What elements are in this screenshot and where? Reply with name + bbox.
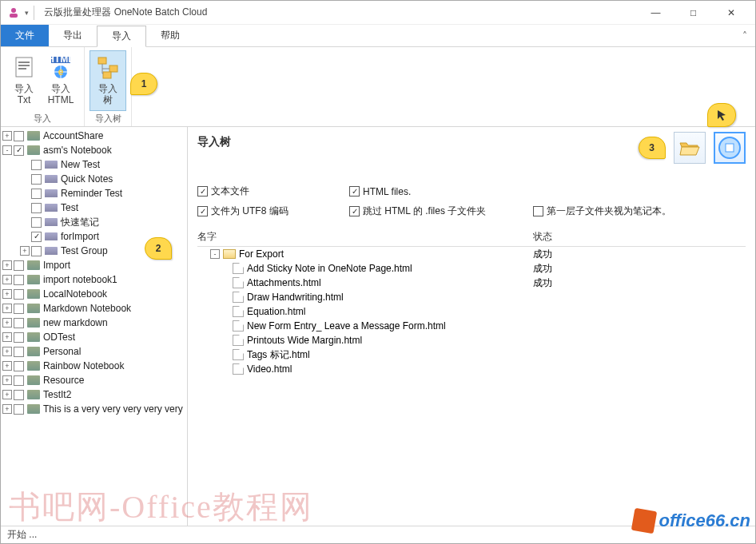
checkbox[interactable] (14, 289, 24, 300)
grid-file-row[interactable]: Video.html (197, 362, 746, 376)
row-name: Printouts Wide Margin.html (247, 335, 362, 346)
col-header-name[interactable]: 名字 (197, 230, 533, 244)
expander-icon[interactable]: + (2, 304, 12, 313)
tab-export[interactable]: 导出 (49, 25, 97, 46)
expander-icon[interactable]: + (2, 318, 12, 328)
checkbox[interactable] (14, 131, 24, 141)
expander-icon[interactable]: + (2, 361, 12, 371)
tree-node-label: AccountShare (43, 130, 103, 141)
tree-node[interactable]: +import notebook1 (1, 272, 187, 287)
expander-icon[interactable]: + (20, 246, 30, 256)
section-icon (45, 161, 58, 169)
tree-node-label: Test (61, 202, 78, 213)
expander-icon[interactable]: + (2, 390, 12, 399)
checkbox[interactable] (31, 189, 42, 199)
grid-folder-row[interactable]: -For Export成功 (197, 247, 746, 261)
tree-node[interactable]: +ODTest (1, 330, 187, 344)
tree-node[interactable]: -✓asm's Notebook (1, 143, 187, 157)
grid-file-row[interactable]: Add Sticky Note in OneNote Page.html成功 (197, 261, 746, 276)
check-utf8[interactable]: ✓文件为 UTF8 编码 (197, 204, 341, 218)
tree-node[interactable]: +Personal (1, 344, 187, 359)
expander-icon[interactable]: + (2, 289, 12, 299)
tab-import[interactable]: 导入 (97, 26, 146, 47)
notebook-tree[interactable]: +AccountShare-✓asm's NotebookNew TestQui… (1, 127, 188, 526)
checkbox[interactable] (14, 332, 24, 343)
checkbox[interactable]: ✓ (31, 232, 42, 242)
grid-file-row[interactable]: New Form Entry_ Leave a Message Form.htm… (197, 319, 746, 333)
tree-node[interactable]: +new markdown (1, 316, 187, 330)
checkbox[interactable] (31, 217, 42, 228)
expander-icon[interactable]: - (210, 249, 220, 259)
expander-icon[interactable]: + (2, 131, 12, 141)
import-tree-button[interactable]: 导入 树 (90, 50, 126, 111)
grid-file-row[interactable]: Equation.html (197, 304, 746, 319)
check-first-level-as-notebook[interactable]: 第一层子文件夹视为笔记本。 (533, 204, 746, 218)
notebook-icon (27, 361, 40, 371)
expander-icon[interactable]: + (2, 404, 12, 414)
checkbox[interactable] (14, 275, 24, 285)
expander-icon[interactable]: + (2, 332, 12, 342)
grid-file-row[interactable]: Printouts Wide Margin.html (197, 333, 746, 347)
checkbox[interactable] (31, 160, 42, 170)
stop-button[interactable] (714, 132, 746, 164)
checkbox[interactable] (14, 318, 24, 328)
grid-file-row[interactable]: Draw Handwriting.html (197, 290, 746, 304)
check-skip-files-subfolder[interactable]: ✓跳过 HTML 的 .files 子文件夹 (349, 204, 525, 218)
checkbox[interactable] (31, 174, 42, 185)
expander-icon[interactable]: + (2, 347, 12, 356)
checkbox[interactable] (14, 390, 24, 400)
checkbox[interactable] (14, 361, 24, 371)
tab-help[interactable]: 帮助 (146, 25, 194, 46)
maximize-button[interactable]: □ (675, 2, 711, 24)
svg-point-0 (11, 8, 16, 13)
menubar: 文件 导出 导入 帮助 ˄ (1, 25, 755, 47)
tree-node[interactable]: +Import (1, 258, 187, 272)
tree-node[interactable]: 快速笔记 (1, 215, 187, 229)
col-header-status[interactable]: 状态 (533, 230, 746, 244)
tree-node[interactable]: Test (1, 201, 187, 215)
tree-node[interactable]: +TestIt2 (1, 387, 187, 402)
browse-folder-button[interactable] (674, 132, 706, 164)
tree-node[interactable]: +Markdown Notebook (1, 301, 187, 316)
tree-node[interactable]: +Rainbow Notebook (1, 359, 187, 373)
checkbox[interactable] (14, 260, 24, 271)
checkbox[interactable] (31, 203, 42, 213)
tree-node-label: Test Group (61, 245, 108, 256)
close-button[interactable]: ✕ (713, 2, 749, 24)
tree-node-label: Reminder Test (61, 188, 122, 199)
check-text-files[interactable]: ✓文本文件 (197, 185, 341, 198)
checkbox[interactable] (14, 304, 24, 314)
section-icon (45, 218, 58, 226)
tree-node[interactable]: Reminder Test (1, 186, 187, 201)
tree-node[interactable]: +Resource (1, 373, 187, 387)
import-html-button[interactable]: HTMLe 导入 HTML (42, 50, 79, 111)
tree-node-label: This is a very very very very very (43, 403, 183, 415)
ribbon-collapse-icon[interactable]: ˄ (734, 25, 755, 46)
tree-node-label: new markdown (43, 317, 108, 328)
checkbox[interactable] (14, 347, 24, 357)
expander-icon[interactable]: - (2, 145, 12, 155)
grid-file-row[interactable]: Tags 标记.html (197, 347, 746, 362)
tree-node[interactable]: +AccountShare (1, 129, 187, 143)
checkbox[interactable] (14, 404, 24, 415)
check-html-files[interactable]: ✓HTML files. (349, 185, 525, 198)
tab-file[interactable]: 文件 (1, 25, 49, 46)
expander-icon[interactable]: + (2, 260, 12, 270)
qat-dropdown-icon[interactable]: ▾ (25, 9, 29, 17)
checkbox[interactable] (14, 375, 24, 386)
expander-icon[interactable]: + (2, 275, 12, 284)
tree-node[interactable]: Quick Notes (1, 172, 187, 186)
import-txt-button[interactable]: 导入 Txt (6, 50, 42, 111)
file-icon (233, 363, 244, 375)
tree-node[interactable]: +LocalNotebook (1, 287, 187, 301)
tree-node[interactable]: New Test (1, 157, 187, 172)
ribbon-group-import-label: 导入 (6, 113, 79, 125)
window-title: 云版批量处理器 OneNote Batch Cloud (44, 6, 207, 19)
row-name: Draw Handwriting.html (247, 292, 344, 303)
grid-file-row[interactable]: Attachments.html成功 (197, 276, 746, 290)
checkbox[interactable] (31, 246, 42, 256)
expander-icon[interactable]: + (2, 375, 12, 385)
tree-node[interactable]: +This is a very very very very very (1, 402, 187, 416)
checkbox[interactable]: ✓ (14, 145, 24, 156)
minimize-button[interactable]: — (638, 2, 674, 24)
